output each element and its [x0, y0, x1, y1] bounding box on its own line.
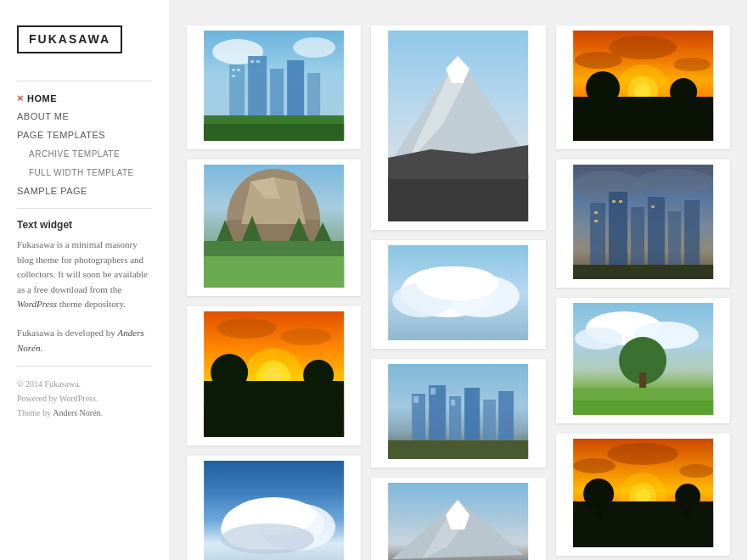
- svg-rect-96: [594, 211, 598, 214]
- svg-rect-95: [684, 200, 699, 266]
- sidebar-footer: © 2014 Fukasawa. Powered by WordPress. T…: [17, 377, 152, 420]
- photo-card[interactable]: [371, 478, 545, 560]
- divider-1: [17, 81, 152, 81]
- svg-rect-99: [619, 200, 622, 203]
- svg-point-120: [573, 458, 615, 473]
- photo-image: [376, 31, 540, 225]
- nav-item-about[interactable]: ABOUT ME: [17, 109, 152, 123]
- photo-image: [376, 364, 540, 462]
- photo-card[interactable]: [187, 306, 361, 445]
- svg-rect-101: [573, 265, 713, 279]
- photo-card[interactable]: [187, 160, 361, 296]
- widget-description: Fukasawa is a minimal masonry blog theme…: [17, 238, 152, 312]
- svg-point-119: [607, 443, 678, 465]
- svg-rect-64: [388, 440, 528, 459]
- theme-by: Theme by Anders Norén.: [17, 406, 152, 420]
- nav-link-home[interactable]: HOME: [17, 92, 152, 104]
- svg-point-42: [221, 524, 314, 554]
- nav-item-home[interactable]: HOME: [17, 92, 152, 104]
- svg-point-105: [575, 328, 622, 350]
- copyright: © 2014 Fukasawa.: [17, 377, 152, 391]
- svg-point-36: [280, 328, 331, 345]
- photo-card[interactable]: [556, 25, 730, 149]
- widget-text-2: theme depository.: [57, 299, 126, 309]
- svg-rect-14: [204, 124, 344, 141]
- photo-card[interactable]: [556, 298, 730, 423]
- svg-rect-94: [668, 211, 681, 266]
- svg-rect-93: [648, 197, 665, 266]
- photo-image: [192, 31, 356, 144]
- svg-point-86: [673, 58, 710, 71]
- nav-link-archive[interactable]: ARCHIVE TEMPLATE: [29, 149, 120, 159]
- svg-rect-47: [388, 175, 528, 221]
- svg-rect-97: [594, 220, 598, 222]
- photo-image: [376, 483, 540, 560]
- photo-image: [561, 31, 725, 144]
- svg-rect-60: [498, 391, 514, 445]
- photo-card[interactable]: [371, 240, 545, 349]
- nav-link-full-width[interactable]: FULL WIDTH TEMPLATE: [29, 168, 134, 177]
- sidebar: FUKASAWA HOME ABOUT ME PAGE TEMPLATES AR…: [0, 0, 170, 560]
- svg-rect-83: [680, 92, 686, 110]
- photo-card[interactable]: [556, 160, 730, 288]
- svg-rect-92: [631, 207, 644, 266]
- nav-item-page-templates[interactable]: PAGE TEMPLATES: [17, 128, 152, 142]
- svg-point-35: [216, 318, 276, 339]
- svg-point-121: [679, 464, 713, 478]
- nav-link-page-templates[interactable]: PAGE TEMPLATES: [17, 130, 105, 140]
- nav-item-full-width[interactable]: FULL WIDTH TEMPLATE: [29, 165, 152, 179]
- svg-rect-62: [430, 388, 435, 395]
- widget-credit: Fukasawa is developed by Anders Norén.: [17, 326, 152, 356]
- widget-text-3: Fukasawa is developed by: [17, 328, 118, 338]
- photo-card[interactable]: [371, 359, 545, 468]
- masonry-col-2: Blantyre House: [371, 25, 545, 560]
- svg-rect-91: [609, 192, 627, 266]
- svg-rect-79: [573, 97, 713, 141]
- divider-3: [17, 366, 152, 367]
- svg-rect-116: [595, 494, 602, 518]
- svg-rect-6: [287, 60, 304, 120]
- svg-rect-9: [237, 69, 240, 71]
- svg-point-2: [293, 37, 335, 58]
- photo-image: [561, 439, 725, 551]
- svg-point-84: [609, 36, 677, 59]
- page-wrapper: FUKASAWA HOME ABOUT ME PAGE TEMPLATES AR…: [0, 0, 747, 560]
- widget-text-4: .: [41, 343, 43, 353]
- widget-text-1: Fukasawa is a minimal masonry blog theme…: [17, 239, 148, 294]
- logo-text: FUKASAWA: [29, 32, 110, 46]
- svg-rect-98: [612, 200, 615, 203]
- logo[interactable]: FUKASAWA: [17, 25, 122, 53]
- svg-point-53: [417, 266, 498, 300]
- svg-rect-4: [248, 56, 267, 120]
- svg-rect-58: [464, 388, 480, 445]
- nav-item-archive[interactable]: ARCHIVE TEMPLATE: [29, 147, 152, 160]
- anders-link-2[interactable]: Anders Norén: [53, 408, 100, 417]
- photo-card[interactable]: [371, 25, 545, 230]
- wordpress-link[interactable]: WordPress: [17, 299, 57, 309]
- svg-rect-81: [599, 88, 606, 112]
- svg-rect-12: [256, 60, 260, 63]
- svg-rect-59: [483, 400, 496, 445]
- svg-rect-5: [270, 69, 284, 120]
- photo-image: [561, 303, 725, 418]
- nav-item-sample[interactable]: SAMPLE PAGE: [17, 184, 152, 198]
- svg-rect-7: [307, 73, 320, 120]
- svg-rect-32: [226, 372, 233, 398]
- svg-point-85: [575, 52, 622, 69]
- masonry-grid: Blantyre House: [187, 25, 730, 560]
- nav-list: HOME ABOUT ME PAGE TEMPLATES ARCHIVE TEM…: [17, 92, 152, 198]
- photo-image: [192, 311, 356, 440]
- svg-point-89: [637, 169, 713, 194]
- photo-image: [376, 245, 540, 344]
- svg-rect-3: [229, 64, 244, 120]
- svg-rect-61: [413, 396, 418, 403]
- powered-by: Powered by WordPress.: [17, 391, 152, 406]
- nav-link-sample[interactable]: SAMPLE PAGE: [17, 186, 87, 196]
- photo-card[interactable]: [187, 25, 361, 149]
- photo-image: [561, 165, 725, 283]
- photo-card[interactable]: [187, 456, 361, 560]
- text-widget: Text widget Fukasawa is a minimal masonr…: [17, 219, 152, 356]
- photo-card[interactable]: [556, 434, 730, 556]
- nav-link-about[interactable]: ABOUT ME: [17, 111, 69, 121]
- svg-rect-10: [232, 75, 235, 77]
